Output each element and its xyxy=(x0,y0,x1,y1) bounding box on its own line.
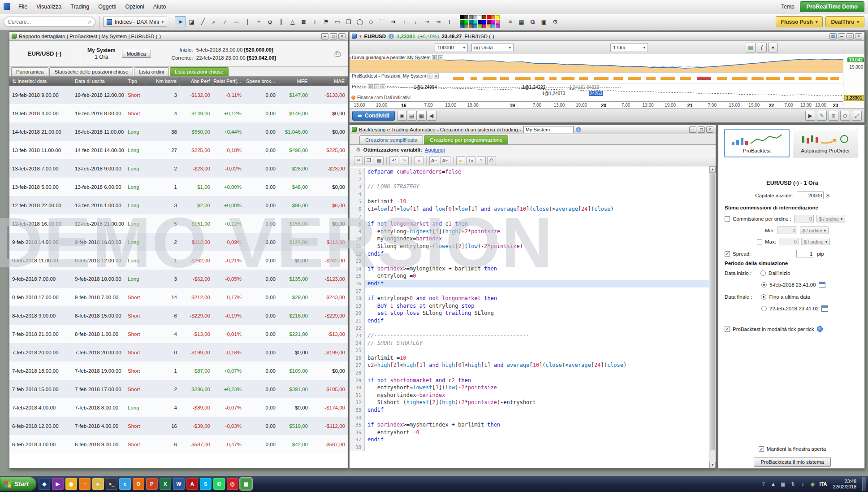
equity-panel[interactable]: Curva guadagni e perdite: My System ⚙ ✕ xyxy=(350,54,843,73)
min-checkbox[interactable] xyxy=(757,228,762,233)
app-icon-acrobat[interactable]: A xyxy=(186,478,198,490)
print-code-icon[interactable]: ⎙ xyxy=(487,156,496,165)
display-tray-icon[interactable]: ▦ xyxy=(780,480,787,488)
palette-color-swatch[interactable] xyxy=(473,24,477,28)
network-icon[interactable]: ◉ xyxy=(809,480,816,488)
commission-unit-select[interactable]: $ / ordine ▾ xyxy=(816,215,845,222)
cut-icon[interactable]: ✂ xyxy=(354,156,363,165)
print-icon[interactable]: ⎙ xyxy=(334,49,341,58)
table-row[interactable]: 12-feb-2018 16.00.0012-feb-2018 21.00.00… xyxy=(9,214,348,233)
code-line[interactable]: 34 xyxy=(350,414,709,422)
table-row[interactable]: 6-feb-2018 3.00.006-feb-2018 9.00.00Shor… xyxy=(9,435,348,453)
code-line[interactable]: 18if entrylong>0 and not longonmarket th… xyxy=(350,295,709,302)
column-header[interactable]: Abs Perf xyxy=(180,77,213,86)
palette-color-swatch[interactable] xyxy=(473,20,477,24)
table-row[interactable]: 8-feb-2018 17.00.009-feb-2018 7.00.00Sho… xyxy=(9,288,348,306)
app-icon-skype[interactable]: S xyxy=(200,478,212,490)
arc-icon[interactable]: ⌒ xyxy=(376,16,388,27)
modifica-button[interactable]: Modifica xyxy=(122,50,151,58)
find-icon[interactable]: ⌕ xyxy=(415,156,423,165)
max-unit-select[interactable]: $ / ordine ▾ xyxy=(801,238,830,245)
report-titlebar[interactable]: Rapporto dettagliato | ProBacktest | My … xyxy=(9,32,348,41)
code-line[interactable]: 29if not shortonmarket and c2 then xyxy=(350,377,709,384)
palette-color-swatch[interactable] xyxy=(496,20,500,24)
palette-color-swatch[interactable] xyxy=(460,20,464,24)
backtest-titlebar[interactable]: Backtesting e Trading Automatico - Creaz… xyxy=(350,125,716,134)
close-button[interactable]: × xyxy=(855,33,862,39)
pitchfork-icon[interactable]: ψ xyxy=(264,16,276,27)
palette-color-swatch[interactable] xyxy=(478,24,482,28)
table-row[interactable]: 12-feb-2018 22.00.0013-feb-2018 1.00.00L… xyxy=(9,196,348,214)
ibeam-icon[interactable]: I xyxy=(444,16,455,27)
palette-color-swatch[interactable] xyxy=(473,15,477,19)
start-from-beginning-radio[interactable] xyxy=(760,270,766,276)
code-line[interactable]: 16endif xyxy=(350,280,709,287)
code-line[interactable]: 21endif xyxy=(350,317,709,325)
start-date-radio[interactable] xyxy=(761,282,767,287)
close-button[interactable]: × xyxy=(706,126,713,133)
table-mode-icon[interactable]: ▦ xyxy=(829,33,837,39)
chart-options-icon[interactable]: ▾ xyxy=(768,43,778,52)
panel-settings-icon[interactable]: ⚙ xyxy=(368,84,373,89)
code-line[interactable]: 19 BUY 1 shares at entrylong stop xyxy=(350,302,709,310)
clock[interactable]: 23:48 22/02/2018 xyxy=(830,479,859,490)
tab-panoramica[interactable]: Panoramica xyxy=(11,67,48,76)
io-tray-icon[interactable]: ⇅ xyxy=(790,480,797,488)
workspace-temp-label[interactable]: Temp xyxy=(781,4,794,10)
undo-icon[interactable]: ↶ xyxy=(389,156,398,165)
max-input[interactable] xyxy=(779,238,799,245)
minimize-button[interactable]: – xyxy=(838,33,845,39)
flusso-push-button[interactable]: Flusso Push ▾ xyxy=(776,16,823,27)
commission-input[interactable] xyxy=(794,215,814,222)
arrow-icon[interactable]: ➜ xyxy=(388,16,399,27)
code-line[interactable]: 6c1=low[2]>low[1] and low[0]>low[1] and … xyxy=(350,205,709,213)
app-icon-media[interactable]: ▶ xyxy=(52,478,64,490)
app-icon-ie[interactable]: e xyxy=(119,478,131,490)
parallel-channel-icon[interactable]: ∥ xyxy=(276,16,287,27)
app-icon-office[interactable]: O xyxy=(133,478,144,490)
palette-color-swatch[interactable] xyxy=(496,24,500,28)
code-line[interactable]: 22 xyxy=(350,324,709,332)
tab-autotrading-proorder[interactable]: Autotrading ProOrder xyxy=(793,129,858,157)
code-line[interactable]: 8if not longonmarket and c1 then xyxy=(350,220,709,228)
keep-open-checkbox[interactable] xyxy=(759,446,764,452)
symbol-dropdown-icon[interactable]: ▾ xyxy=(359,34,362,39)
code-line[interactable]: 3// LONG STRATEGY xyxy=(350,183,709,191)
app-icon-prorealtime[interactable]: ▦ xyxy=(240,478,252,490)
table-row[interactable]: 9-feb-2018 14.00.009-feb-2018 16.00.00Lo… xyxy=(9,233,348,251)
start-button[interactable]: Start xyxy=(0,477,36,491)
code-line[interactable]: 14if barindex>=mylongindex + barlimit th… xyxy=(350,265,709,273)
menu-trading[interactable]: Trading xyxy=(66,2,94,12)
table-row[interactable]: 13-feb-2018 11.00.0014-feb-2018 14.00.00… xyxy=(9,141,348,159)
code-line[interactable]: 10 mylongindex=barindex xyxy=(350,235,709,243)
code-line[interactable]: 13 xyxy=(350,257,709,265)
end-last-data-radio[interactable] xyxy=(761,294,766,300)
text-icon[interactable]: T xyxy=(309,16,320,27)
table-row[interactable]: 13-feb-2018 5.00.0013-feb-2018 6.00.00Lo… xyxy=(9,178,348,196)
zoom-tool-icon[interactable]: ⌕ xyxy=(208,16,220,27)
symbol-label[interactable]: EURUSD xyxy=(364,34,386,39)
code-line[interactable]: 15 entrylong =0 xyxy=(350,272,709,280)
draw-icon[interactable]: ✎ xyxy=(817,111,827,121)
cursor-icon[interactable]: ➤ xyxy=(175,16,186,27)
document-icon[interactable]: ▤ xyxy=(407,111,417,121)
table-row[interactable]: 9-feb-2018 11.00.009-feb-2018 12.00.00Lo… xyxy=(9,251,348,270)
font-larger-icon[interactable]: A+ xyxy=(440,156,450,165)
code-line[interactable]: 37endif xyxy=(350,436,709,444)
minimize-button[interactable]: – xyxy=(689,126,696,133)
layers-icon[interactable]: ⧉ xyxy=(527,16,538,27)
tab-statistiche-delle-posizioni-chiuse[interactable]: Statistiche delle posizioni chiuse xyxy=(49,67,133,76)
code-line[interactable]: 5barlimit =10 xyxy=(350,198,709,205)
code-line[interactable]: 9 entrylong=highest[1](high)+2*pointsize xyxy=(350,228,709,235)
app-icon-chrome[interactable]: ◉ xyxy=(65,478,77,490)
code-line[interactable]: 12endif xyxy=(350,250,709,258)
column-header[interactable]: Data di uscita xyxy=(72,77,125,86)
table-row[interactable]: 7-feb-2018 15.00.007-feb-2018 17.00.00Sh… xyxy=(9,380,348,398)
table-row[interactable]: 7-feb-2018 18.00.007-feb-2018 19.00.00Sh… xyxy=(9,361,348,380)
table-row[interactable]: 7-feb-2018 20.00.007-feb-2018 20.00.00Sh… xyxy=(9,343,348,361)
callout-icon[interactable]: ❑ xyxy=(343,16,354,27)
max-checkbox[interactable] xyxy=(757,239,762,244)
code-line[interactable]: 38 xyxy=(350,444,709,451)
arrow-up-icon[interactable]: ↑ xyxy=(399,16,410,27)
positions-panel[interactable]: ProBacktest - Posizioni: My System ▫ ✕ xyxy=(350,73,843,83)
